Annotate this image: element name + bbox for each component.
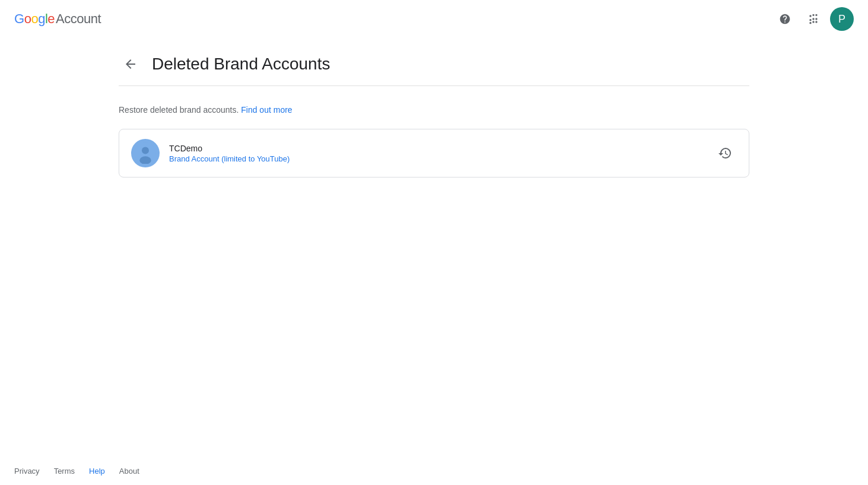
page-header: Deleted Brand Accounts <box>119 38 749 86</box>
account-type-highlight: limited to YouTube <box>224 154 287 163</box>
restore-icon <box>718 146 732 160</box>
page-title: Deleted Brand Accounts <box>152 55 330 74</box>
question-mark-icon <box>779 13 791 25</box>
logo-account-text: Account <box>56 11 101 27</box>
restore-button[interactable] <box>713 141 737 165</box>
privacy-link[interactable]: Privacy <box>14 467 40 476</box>
grid-icon <box>807 13 819 25</box>
user-silhouette-icon <box>135 142 156 164</box>
google-logo: Google Account <box>14 11 101 27</box>
header-left: Google Account <box>14 11 101 27</box>
help-icon-button[interactable] <box>773 7 797 31</box>
logo-g2: g <box>38 11 45 27</box>
account-details: TCDemo Brand Account (limited to YouTube… <box>169 144 290 163</box>
user-avatar-button[interactable]: P <box>830 7 854 31</box>
svg-point-1 <box>142 147 149 154</box>
logo-o1: o <box>24 11 31 27</box>
account-info: TCDemo Brand Account (limited to YouTube… <box>131 139 290 167</box>
about-link[interactable]: About <box>119 467 139 476</box>
account-avatar <box>131 139 160 167</box>
account-name: TCDemo <box>169 144 290 153</box>
terms-link[interactable]: Terms <box>54 467 75 476</box>
main-content: Deleted Brand Accounts Restore deleted b… <box>0 38 868 457</box>
logo-o2: o <box>31 11 38 27</box>
logo-e: e <box>47 11 55 27</box>
header-right: P <box>773 7 854 31</box>
find-out-more-link[interactable]: Find out more <box>241 105 292 115</box>
back-arrow-icon <box>123 57 138 71</box>
apps-icon-button[interactable] <box>802 7 825 31</box>
description-static: Restore deleted brand accounts. <box>119 105 239 115</box>
description-text: Restore deleted brand accounts. Find out… <box>119 105 749 115</box>
back-button[interactable] <box>119 52 142 76</box>
logo-g: G <box>14 11 24 27</box>
account-type: Brand Account (limited to YouTube) <box>169 154 290 163</box>
account-type-prefix: Brand Account ( <box>169 154 224 163</box>
help-link[interactable]: Help <box>89 467 105 476</box>
header: Google Account P <box>0 0 868 38</box>
account-card: TCDemo Brand Account (limited to YouTube… <box>119 129 749 177</box>
footer: Privacy Terms Help About <box>0 457 868 485</box>
avatar-letter: P <box>838 13 845 26</box>
